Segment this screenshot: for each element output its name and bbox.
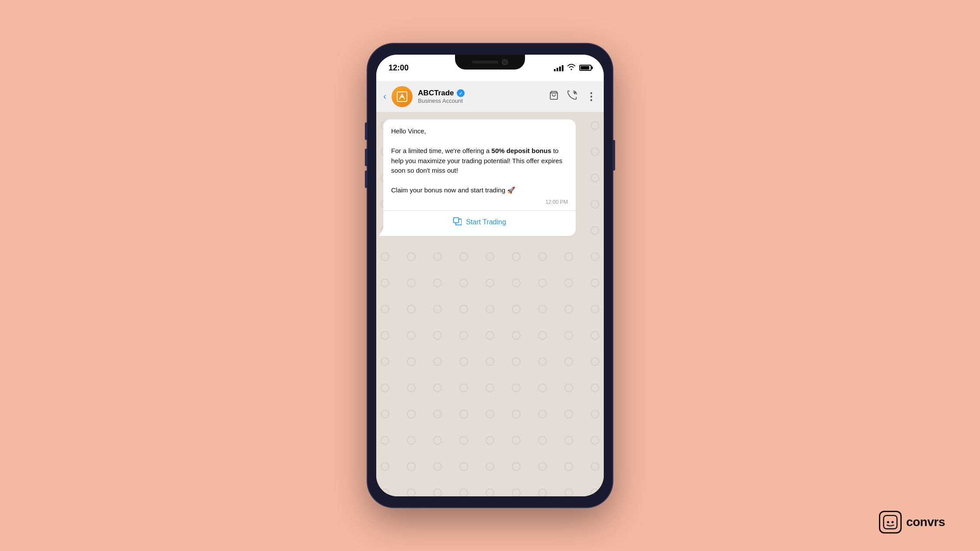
notch xyxy=(455,55,525,70)
contact-name-row: ABCTrade ✓ xyxy=(418,89,544,98)
chat-body: Hello Vince, For a limited time, we're o… xyxy=(376,112,604,496)
svg-point-1 xyxy=(401,95,403,97)
bold-offer-text: 50% deposit bonus xyxy=(491,147,551,154)
avatar xyxy=(392,86,413,107)
svg-point-8 xyxy=(892,521,894,523)
start-trading-label: Start Trading xyxy=(466,218,506,226)
convrs-logo-text: convrs xyxy=(906,515,945,529)
phone-frame: 12:00 xyxy=(368,44,612,507)
contact-subtitle: Business Account xyxy=(418,98,544,104)
more-options-icon[interactable]: ⋮ xyxy=(586,91,597,103)
external-link-icon xyxy=(453,217,462,227)
svg-point-7 xyxy=(887,521,889,523)
message-text: Hello Vince, For a limited time, we're o… xyxy=(391,126,568,195)
back-button[interactable]: ‹ xyxy=(383,91,386,102)
message-timestamp: 12:00 PM xyxy=(391,199,568,205)
signal-icon xyxy=(554,64,564,71)
convrs-branding: convrs xyxy=(879,511,945,534)
status-time: 12:00 xyxy=(388,63,409,73)
wifi-icon xyxy=(567,63,576,72)
header-actions: ⋮ xyxy=(549,91,597,103)
message-bubble: Hello Vince, For a limited time, we're o… xyxy=(383,119,576,236)
notch-speaker xyxy=(472,61,498,63)
contact-info: ABCTrade ✓ Business Account xyxy=(418,89,544,104)
status-icons xyxy=(554,63,592,72)
start-trading-button[interactable]: Start Trading xyxy=(391,211,568,229)
battery-icon xyxy=(579,65,592,71)
notch-camera xyxy=(502,59,508,65)
bag-icon[interactable] xyxy=(549,91,559,102)
convrs-logo-icon xyxy=(879,511,902,534)
chat-header: ‹ ABCTrade ✓ Business Account xyxy=(376,81,604,112)
status-bar: 12:00 xyxy=(376,55,604,81)
verified-badge: ✓ xyxy=(457,89,465,97)
phone-screen: 12:00 xyxy=(376,55,604,496)
greeting-text: Hello Vince, xyxy=(391,127,426,135)
call-add-icon[interactable] xyxy=(567,91,577,102)
cta-message-text: Claim your bonus now and start trading 🚀 xyxy=(391,186,515,194)
body-before-bold: For a limited time, we're offering a xyxy=(391,147,491,154)
svg-rect-6 xyxy=(884,516,897,529)
abc-trade-logo-icon xyxy=(396,91,408,103)
svg-rect-5 xyxy=(454,217,459,223)
contact-name: ABCTrade xyxy=(418,89,454,98)
